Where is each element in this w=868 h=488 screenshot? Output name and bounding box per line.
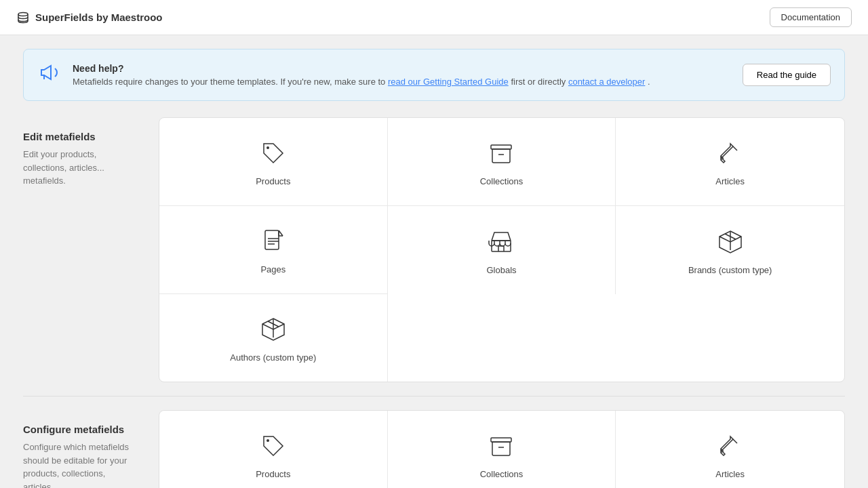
archive-icon [485,137,517,169]
grid-cell-articles[interactable]: Articles [616,411,844,488]
cell-label: Products [256,176,290,186]
help-description: Metafields require changes to your theme… [73,77,732,87]
svg-point-0 [18,12,28,16]
store-icon [485,226,517,258]
edit-metafields-title: Edit metafields [23,131,142,142]
help-text: Need help? Metafields require changes to… [73,63,732,87]
cell-label: Collections [480,176,524,186]
archive-icon [485,430,517,462]
cell-label: Articles [715,176,745,186]
main-content: Need help? Metafields require changes to… [7,35,861,488]
help-banner: Need help? Metafields require changes to… [23,49,845,101]
grid-cell-products[interactable]: Products [159,411,388,488]
svg-point-5 [267,439,269,442]
cell-label: Authors (custom type) [230,352,316,363]
grid-cell-collections[interactable]: Collections [388,118,616,206]
cell-label: Products [256,469,290,479]
app-title: SuperFields by Maestrooo [35,12,163,23]
database-icon [16,11,30,24]
pen-nib-icon [714,430,747,462]
cell-label: Pages [260,264,285,274]
doc-icon [257,225,290,258]
grid-cell-brands-custom-type[interactable]: Brands (custom type) [616,206,844,294]
svg-rect-3 [265,230,279,249]
megaphone-icon [37,60,62,89]
edit-metafields-description: Edit your products, collections, article… [23,148,142,188]
box-icon [714,226,747,258]
pen-nib-icon [714,137,747,169]
grid-cell-collections[interactable]: Collections [388,411,616,488]
svg-rect-6 [491,438,511,442]
cell-label: Globals [486,265,516,275]
documentation-button[interactable]: Documentation [770,7,852,27]
grid-cell-globals[interactable]: Globals [388,206,616,294]
edit-metafields-label: Edit metafields Edit your products, coll… [23,117,159,382]
getting-started-link[interactable]: read our Getting Started Guide [388,77,509,87]
cell-label: Collections [480,469,524,479]
header: SuperFields by Maestrooo Documentation [0,0,868,35]
svg-rect-2 [491,145,511,149]
svg-point-1 [267,146,269,149]
tag-icon [257,430,290,462]
section-divider [23,396,845,396]
contact-developer-link[interactable]: contact a developer [568,77,645,87]
configure-metafields-description: Configure which metafields should be edi… [23,441,142,488]
box-icon [257,313,290,346]
edit-metafields-grid: ProductsCollectionsArticlesPagesGlobalsB… [159,117,845,382]
grid-cell-articles[interactable]: Articles [616,118,844,206]
cell-label: Articles [715,469,745,479]
grid-cell-authors-custom-type[interactable]: Authors (custom type) [159,294,388,382]
configure-metafields-label: Configure metafields Configure which met… [23,410,159,488]
cell-label: Brands (custom type) [688,265,772,275]
edit-metafields-section: Edit metafields Edit your products, coll… [23,117,845,382]
help-title: Need help? [73,63,732,74]
configure-metafields-section: Configure metafields Configure which met… [23,410,845,488]
read-guide-button[interactable]: Read the guide [743,64,831,86]
app-logo: SuperFields by Maestrooo [16,11,163,24]
configure-metafields-title: Configure metafields [23,424,142,435]
tag-icon [257,137,290,169]
grid-cell-pages[interactable]: Pages [159,206,388,294]
grid-cell-products[interactable]: Products [159,118,388,206]
configure-metafields-grid: ProductsCollectionsArticlesPagesGlobalsC… [159,410,845,488]
